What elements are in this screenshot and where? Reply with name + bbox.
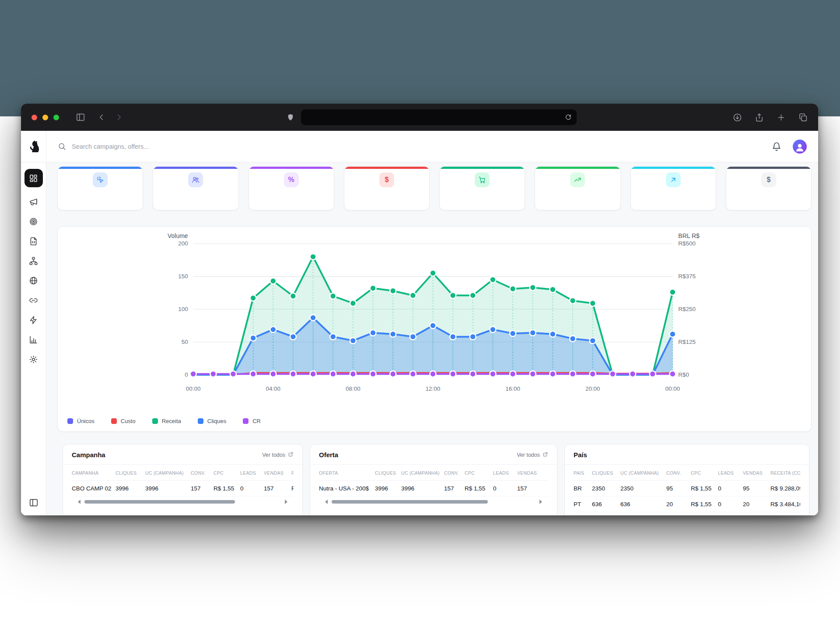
- sidebar-item-reports[interactable]: [24, 330, 43, 349]
- table-cell: 20: [666, 501, 691, 508]
- close-window-button[interactable]: [32, 115, 37, 120]
- table-row[interactable]: PT63663620R$ 1,55020R$ 3.484,10: [574, 497, 800, 512]
- scroll-left-arrow[interactable]: [325, 500, 328, 504]
- sidebar-item-campaigns[interactable]: [24, 192, 43, 211]
- scroll-right-arrow[interactable]: [285, 500, 287, 504]
- tab-overview-button[interactable]: [798, 113, 808, 122]
- table-cell: 3996: [401, 485, 444, 492]
- table-scrollbar[interactable]: [319, 497, 548, 504]
- table-cell: 3996: [116, 485, 145, 492]
- sidebar-toggle-button[interactable]: [76, 112, 85, 122]
- sidebar-item-funnels[interactable]: [24, 252, 43, 270]
- svg-text:0: 0: [185, 371, 188, 378]
- table-row[interactable]: Nutra - USA - 200$39963996157R$ 1,550157: [319, 481, 548, 497]
- table-cell: 0: [240, 485, 264, 492]
- forward-button[interactable]: [114, 112, 124, 122]
- scrollbar-track[interactable]: [331, 500, 536, 504]
- sidebar-collapse-icon[interactable]: [29, 498, 38, 508]
- share-button[interactable]: [755, 113, 764, 122]
- scroll-left-arrow[interactable]: [78, 500, 80, 504]
- legend-item-cr[interactable]: CR: [243, 418, 261, 424]
- table-title: Oferta: [319, 451, 338, 458]
- url-bar[interactable]: [301, 109, 577, 125]
- user-avatar[interactable]: [793, 140, 807, 154]
- browser-titlebar: [21, 104, 818, 131]
- legend-item-receita[interactable]: Receita: [152, 418, 181, 424]
- sidebar-item-landing-pages[interactable]: [24, 232, 43, 250]
- minimize-window-button[interactable]: [42, 115, 48, 120]
- kpi-accent-bar: [344, 167, 429, 169]
- table-cell: 95: [743, 485, 770, 492]
- kpi-card-cr: %: [248, 166, 334, 210]
- zoom-window-button[interactable]: [53, 115, 59, 120]
- table-cell: 636: [592, 501, 620, 508]
- table-cell: CPC: [691, 470, 718, 476]
- notifications-bell-icon[interactable]: [772, 142, 781, 151]
- table-row[interactable]: BR2350235095R$ 1,55095R$ 9.288,09: [574, 481, 800, 497]
- scrollbar-track[interactable]: [84, 500, 282, 504]
- kpi-card-únicos: [153, 166, 238, 210]
- table-cell: 95: [666, 485, 691, 492]
- table-row[interactable]: CBO CAMP 0239963996157R$ 1,550157R: [72, 481, 294, 497]
- sidebar-item-domains[interactable]: [24, 271, 43, 290]
- svg-text:R$375: R$375: [678, 273, 696, 280]
- sidebar-item-links[interactable]: [24, 291, 43, 309]
- privacy-shield-icon[interactable]: [287, 113, 294, 121]
- legend-item-cliques[interactable]: Cliques: [198, 418, 226, 424]
- data-table: OFERTACLIQUESUC (CAMPANHA)CONV.CPCLEADSV…: [310, 465, 557, 504]
- table-cell: CAMPANHA: [72, 470, 116, 476]
- sidebar-item-dashboard[interactable]: [24, 169, 43, 187]
- svg-text:00:00: 00:00: [665, 385, 680, 392]
- table-card-oferta: Oferta Ver todos OFERTACLIQUESUC (CAMPAN…: [310, 444, 557, 515]
- sidebar-item-offers[interactable]: [24, 212, 43, 231]
- sidebar-item-settings[interactable]: [24, 350, 43, 368]
- search-input[interactable]: Search campaigns, offers...: [58, 142, 772, 150]
- table-scrollbar[interactable]: [72, 497, 294, 504]
- svg-text:20:00: 20:00: [585, 385, 600, 392]
- legend-swatch: [198, 418, 203, 424]
- dog-logo-icon[interactable]: [27, 140, 41, 154]
- kpi-accent-bar: [440, 167, 525, 169]
- new-tab-button[interactable]: [777, 113, 786, 122]
- table-cell: CLIQUES: [375, 470, 401, 476]
- legend-label: CR: [252, 418, 261, 424]
- table-cell: CONV.: [666, 470, 691, 476]
- dollar-icon: $: [379, 172, 394, 187]
- downloads-button[interactable]: [733, 113, 742, 122]
- sidebar-item-automations[interactable]: [24, 311, 43, 329]
- scrollbar-thumb[interactable]: [84, 500, 235, 504]
- legend-swatch: [243, 418, 248, 424]
- ver-todos-link[interactable]: Ver todos: [262, 452, 294, 458]
- svg-text:Volume: Volume: [168, 232, 188, 239]
- svg-text:R$0: R$0: [678, 371, 689, 378]
- search-placeholder: Search campaigns, offers...: [72, 143, 149, 150]
- legend-item-custo[interactable]: Custo: [111, 418, 136, 424]
- table-cell: 157: [444, 485, 465, 492]
- kpi-card-roi: [630, 166, 716, 210]
- table-cell: 636: [620, 501, 666, 508]
- table-cell: 157: [264, 485, 291, 492]
- scrollbar-thumb[interactable]: [332, 500, 488, 504]
- table-cell: 3996: [375, 485, 401, 492]
- back-button[interactable]: [97, 112, 106, 122]
- table-cell: RECEITA (CO: [770, 470, 800, 476]
- table-cell: CPC: [214, 470, 240, 476]
- table-cell: 2350: [620, 485, 666, 492]
- trend-up-icon: [570, 172, 585, 187]
- table-cell: 3996: [145, 485, 191, 492]
- table-cell: CLIQUES: [116, 470, 145, 476]
- scroll-right-arrow[interactable]: [539, 500, 542, 504]
- cursor-click-icon: [93, 172, 108, 187]
- users-icon: [188, 172, 203, 187]
- svg-text:00:00: 00:00: [186, 385, 201, 392]
- reload-button[interactable]: [565, 114, 572, 121]
- legend-swatch: [152, 418, 158, 424]
- app-header: Search campaigns, offers...: [46, 131, 818, 162]
- chart-legend: Únicos Custo Receita Cliques CR: [67, 418, 261, 424]
- ver-todos-link[interactable]: Ver todos: [517, 452, 548, 458]
- table-cell: R$ 1,55: [691, 485, 718, 492]
- kpi-accent-bar: [631, 167, 716, 169]
- summary-tables-row: Campanha Ver todos CAMPANHACLIQUESUC (CA…: [63, 444, 812, 515]
- table-cell: 0: [718, 501, 743, 508]
- legend-item-únicos[interactable]: Únicos: [67, 418, 94, 424]
